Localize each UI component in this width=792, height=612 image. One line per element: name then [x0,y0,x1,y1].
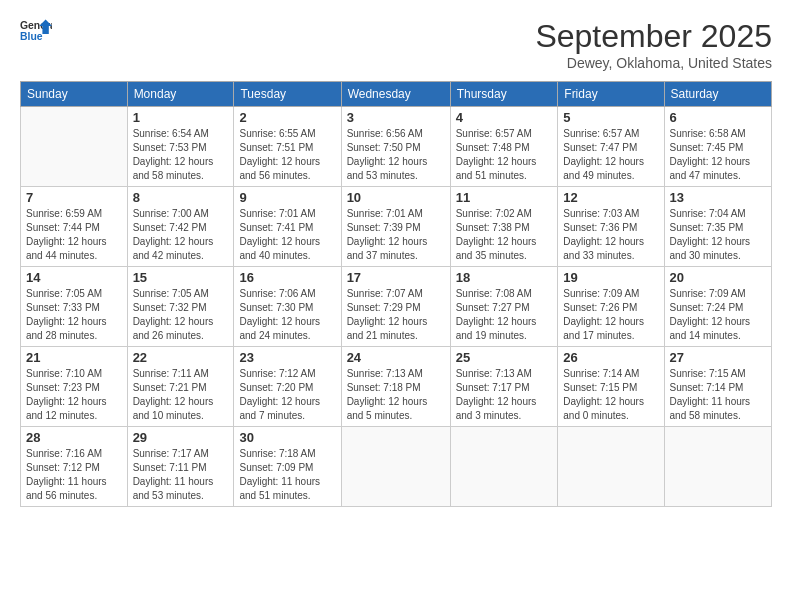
header-tuesday: Tuesday [234,82,341,107]
calendar-cell: 10Sunrise: 7:01 AMSunset: 7:39 PMDayligh… [341,187,450,267]
calendar-cell: 18Sunrise: 7:08 AMSunset: 7:27 PMDayligh… [450,267,558,347]
day-number: 25 [456,350,553,365]
calendar-week-row: 7Sunrise: 6:59 AMSunset: 7:44 PMDaylight… [21,187,772,267]
day-info: Sunrise: 7:15 AMSunset: 7:14 PMDaylight:… [670,367,766,423]
calendar-cell: 6Sunrise: 6:58 AMSunset: 7:45 PMDaylight… [664,107,771,187]
calendar-cell: 16Sunrise: 7:06 AMSunset: 7:30 PMDayligh… [234,267,341,347]
day-number: 27 [670,350,766,365]
day-info: Sunrise: 7:13 AMSunset: 7:18 PMDaylight:… [347,367,445,423]
calendar-cell: 22Sunrise: 7:11 AMSunset: 7:21 PMDayligh… [127,347,234,427]
calendar-cell: 9Sunrise: 7:01 AMSunset: 7:41 PMDaylight… [234,187,341,267]
day-number: 24 [347,350,445,365]
day-number: 13 [670,190,766,205]
day-info: Sunrise: 7:09 AMSunset: 7:26 PMDaylight:… [563,287,658,343]
day-number: 15 [133,270,229,285]
weekday-header-row: Sunday Monday Tuesday Wednesday Thursday… [21,82,772,107]
svg-text:Blue: Blue [20,31,43,42]
calendar-week-row: 14Sunrise: 7:05 AMSunset: 7:33 PMDayligh… [21,267,772,347]
day-info: Sunrise: 7:02 AMSunset: 7:38 PMDaylight:… [456,207,553,263]
day-info: Sunrise: 7:05 AMSunset: 7:32 PMDaylight:… [133,287,229,343]
day-number: 20 [670,270,766,285]
day-info: Sunrise: 7:05 AMSunset: 7:33 PMDaylight:… [26,287,122,343]
logo: General Blue [20,18,52,46]
calendar-table: Sunday Monday Tuesday Wednesday Thursday… [20,81,772,507]
calendar-cell: 19Sunrise: 7:09 AMSunset: 7:26 PMDayligh… [558,267,664,347]
calendar-cell: 29Sunrise: 7:17 AMSunset: 7:11 PMDayligh… [127,427,234,507]
calendar-cell [341,427,450,507]
day-info: Sunrise: 6:59 AMSunset: 7:44 PMDaylight:… [26,207,122,263]
header-monday: Monday [127,82,234,107]
day-info: Sunrise: 6:57 AMSunset: 7:47 PMDaylight:… [563,127,658,183]
calendar-cell [664,427,771,507]
calendar-cell [21,107,128,187]
day-number: 7 [26,190,122,205]
day-info: Sunrise: 6:54 AMSunset: 7:53 PMDaylight:… [133,127,229,183]
day-info: Sunrise: 7:17 AMSunset: 7:11 PMDaylight:… [133,447,229,503]
day-info: Sunrise: 6:55 AMSunset: 7:51 PMDaylight:… [239,127,335,183]
day-number: 3 [347,110,445,125]
day-number: 8 [133,190,229,205]
calendar-cell: 11Sunrise: 7:02 AMSunset: 7:38 PMDayligh… [450,187,558,267]
logo-icon: General Blue [20,18,52,46]
calendar-week-row: 1Sunrise: 6:54 AMSunset: 7:53 PMDaylight… [21,107,772,187]
day-number: 12 [563,190,658,205]
day-number: 28 [26,430,122,445]
title-block: September 2025 Dewey, Oklahoma, United S… [535,18,772,71]
day-info: Sunrise: 7:00 AMSunset: 7:42 PMDaylight:… [133,207,229,263]
calendar-cell: 12Sunrise: 7:03 AMSunset: 7:36 PMDayligh… [558,187,664,267]
day-number: 9 [239,190,335,205]
day-info: Sunrise: 7:14 AMSunset: 7:15 PMDaylight:… [563,367,658,423]
calendar-cell: 5Sunrise: 6:57 AMSunset: 7:47 PMDaylight… [558,107,664,187]
calendar-cell: 26Sunrise: 7:14 AMSunset: 7:15 PMDayligh… [558,347,664,427]
calendar-cell: 27Sunrise: 7:15 AMSunset: 7:14 PMDayligh… [664,347,771,427]
day-number: 1 [133,110,229,125]
day-info: Sunrise: 6:58 AMSunset: 7:45 PMDaylight:… [670,127,766,183]
calendar-cell: 17Sunrise: 7:07 AMSunset: 7:29 PMDayligh… [341,267,450,347]
day-number: 14 [26,270,122,285]
day-number: 6 [670,110,766,125]
calendar-cell: 1Sunrise: 6:54 AMSunset: 7:53 PMDaylight… [127,107,234,187]
day-number: 17 [347,270,445,285]
calendar-cell: 4Sunrise: 6:57 AMSunset: 7:48 PMDaylight… [450,107,558,187]
day-number: 29 [133,430,229,445]
calendar-cell: 7Sunrise: 6:59 AMSunset: 7:44 PMDaylight… [21,187,128,267]
header-saturday: Saturday [664,82,771,107]
day-info: Sunrise: 7:11 AMSunset: 7:21 PMDaylight:… [133,367,229,423]
calendar-cell: 24Sunrise: 7:13 AMSunset: 7:18 PMDayligh… [341,347,450,427]
day-info: Sunrise: 7:07 AMSunset: 7:29 PMDaylight:… [347,287,445,343]
day-info: Sunrise: 7:01 AMSunset: 7:41 PMDaylight:… [239,207,335,263]
day-info: Sunrise: 7:04 AMSunset: 7:35 PMDaylight:… [670,207,766,263]
day-info: Sunrise: 7:03 AMSunset: 7:36 PMDaylight:… [563,207,658,263]
location: Dewey, Oklahoma, United States [535,55,772,71]
header-thursday: Thursday [450,82,558,107]
day-info: Sunrise: 7:01 AMSunset: 7:39 PMDaylight:… [347,207,445,263]
calendar-week-row: 21Sunrise: 7:10 AMSunset: 7:23 PMDayligh… [21,347,772,427]
day-number: 5 [563,110,658,125]
day-number: 19 [563,270,658,285]
calendar-cell [558,427,664,507]
calendar-cell: 30Sunrise: 7:18 AMSunset: 7:09 PMDayligh… [234,427,341,507]
day-info: Sunrise: 7:18 AMSunset: 7:09 PMDaylight:… [239,447,335,503]
header-sunday: Sunday [21,82,128,107]
calendar-cell [450,427,558,507]
day-info: Sunrise: 7:16 AMSunset: 7:12 PMDaylight:… [26,447,122,503]
page-header: General Blue September 2025 Dewey, Oklah… [20,18,772,71]
header-wednesday: Wednesday [341,82,450,107]
day-number: 23 [239,350,335,365]
day-info: Sunrise: 7:09 AMSunset: 7:24 PMDaylight:… [670,287,766,343]
day-info: Sunrise: 6:56 AMSunset: 7:50 PMDaylight:… [347,127,445,183]
header-friday: Friday [558,82,664,107]
day-info: Sunrise: 7:12 AMSunset: 7:20 PMDaylight:… [239,367,335,423]
calendar-cell: 15Sunrise: 7:05 AMSunset: 7:32 PMDayligh… [127,267,234,347]
calendar-week-row: 28Sunrise: 7:16 AMSunset: 7:12 PMDayligh… [21,427,772,507]
calendar-cell: 20Sunrise: 7:09 AMSunset: 7:24 PMDayligh… [664,267,771,347]
calendar-cell: 14Sunrise: 7:05 AMSunset: 7:33 PMDayligh… [21,267,128,347]
day-number: 11 [456,190,553,205]
day-info: Sunrise: 7:13 AMSunset: 7:17 PMDaylight:… [456,367,553,423]
day-number: 2 [239,110,335,125]
day-number: 16 [239,270,335,285]
calendar-cell: 25Sunrise: 7:13 AMSunset: 7:17 PMDayligh… [450,347,558,427]
calendar-cell: 13Sunrise: 7:04 AMSunset: 7:35 PMDayligh… [664,187,771,267]
month-title: September 2025 [535,18,772,55]
calendar-cell: 8Sunrise: 7:00 AMSunset: 7:42 PMDaylight… [127,187,234,267]
